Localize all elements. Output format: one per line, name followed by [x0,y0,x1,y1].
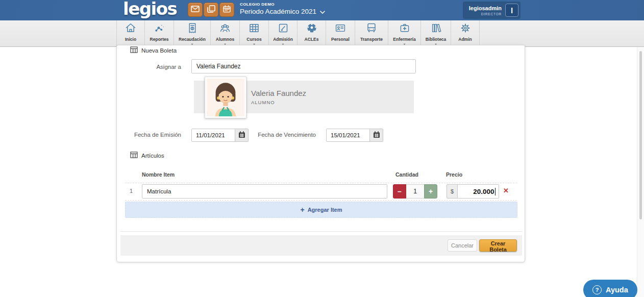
students-icon [218,22,232,36]
price-value: 20.000 [473,188,494,195]
chevron-down-icon [320,8,325,15]
mail-button[interactable] [188,3,203,17]
receipt-icon [186,22,199,36]
calendar-icon [223,5,231,14]
user-badge[interactable]: legiosadmin DIRECTOR l [463,2,521,19]
issue-date-input[interactable] [191,129,235,142]
quantity-input[interactable] [406,184,424,199]
table-grid-icon [247,22,261,36]
delete-item-button[interactable]: ✕ [503,187,509,194]
plus-icon: + [300,206,304,214]
tab-acles[interactable]: ACLEs [298,20,326,46]
tab-personal[interactable]: Personal [326,20,355,46]
item-name-input[interactable] [142,184,387,199]
quantity-stepper: – + [393,184,437,199]
tab-alumnos[interactable]: Alumnos ▾ [211,20,240,46]
table-icon [130,46,138,54]
girl-avatar-illustration [207,79,244,116]
home-icon [124,22,137,36]
copy-icon [207,5,215,14]
calendar-button[interactable] [219,3,234,17]
scrollbar-track[interactable] [637,47,644,297]
price-input[interactable]: 20.000 [458,184,499,199]
tab-recaudacion[interactable]: Recaudación ▾ [174,20,211,46]
mail-icon [191,5,200,14]
scrollbar-thumb[interactable] [639,51,642,219]
documents-button[interactable] [204,3,218,17]
minus-icon: – [398,187,402,195]
item-row-index: 1 [126,188,136,194]
text-cursor [495,188,496,195]
due-date-input[interactable] [326,129,370,142]
due-date-label: Fecha de Vencimiento [239,132,316,138]
app-root: legios COLEGIO DEMO Periodo Académico 20… [0,0,644,297]
nav-bar: Inicio Reportes Recaudación ▾ Alumnos ▾ … [0,20,644,47]
items-section-title-row: Artículos [130,152,164,159]
column-header-qty: Cantidad [395,171,418,178]
scatter-icon [153,22,166,36]
help-button[interactable]: ? Ayuda [583,280,637,297]
quantity-increase-button[interactable]: + [424,184,437,199]
help-label: Ayuda [606,286,628,294]
tab-inicio[interactable]: Inicio [116,20,145,46]
page-title: Nueva Boleta [141,47,177,54]
logo[interactable]: legios [123,0,177,19]
issue-date-label: Fecha de Emisión [117,132,181,138]
student-name: Valeria Faundez [251,89,414,97]
school-name: COLEGIO DEMO [240,2,325,7]
column-header-price: Precio [446,171,462,178]
student-type-label: ALUMNO [251,100,414,105]
soccer-ball-icon [305,22,318,36]
footer-divider [120,231,522,232]
tab-admin[interactable]: Admin [451,20,480,46]
new-receipt-card: Nueva Boleta Asignar a Valeria Faundez A… [116,45,525,262]
currency-prefix: $ [447,184,458,199]
user-name: legiosadmin [469,5,502,11]
add-item-button[interactable]: + Agregar Item [125,202,517,218]
period-label: Periodo Académico 2021 [240,8,316,15]
pencil-square-icon [277,22,290,36]
books-icon [429,22,442,36]
table-icon [130,152,138,159]
card-title-row: Nueva Boleta [130,46,177,54]
quantity-decrease-button[interactable]: – [393,184,406,199]
question-mark-icon: ? [592,285,602,294]
calendar-icon [373,131,380,140]
row-separator [125,183,517,183]
row-separator [125,200,517,201]
id-card-icon [334,22,347,36]
tab-enfermeria[interactable]: Enfermería ▾ [388,20,421,46]
plus-icon: + [429,187,433,195]
user-role: DIRECTOR [469,12,502,16]
add-item-label: Agregar Item [308,207,342,213]
column-header-name: Nombre Item [142,171,175,178]
gear-icon [459,22,472,36]
bus-icon [365,22,378,36]
tab-reportes[interactable]: Reportes [145,20,174,46]
due-date-picker-button[interactable] [370,129,383,142]
top-header: legios COLEGIO DEMO Periodo Académico 20… [0,0,644,20]
tab-transporte[interactable]: Transporte [355,20,388,46]
tab-admision[interactable]: Admisión ▾ [269,20,298,46]
student-avatar [205,77,246,118]
tab-cursos[interactable]: Cursos ▾ [240,20,269,46]
period-selector[interactable]: COLEGIO DEMO Periodo Académico 2021 [240,2,325,15]
cancel-button[interactable]: Cancelar [448,239,477,252]
items-section-title: Artículos [141,153,164,159]
assign-input[interactable] [191,59,416,73]
first-aid-icon [398,22,411,36]
user-avatar: l [505,4,518,17]
assign-label: Asignar a [117,64,181,70]
tab-biblioteca[interactable]: Biblioteca ▾ [421,20,451,46]
create-receipt-button[interactable]: Crear Boleta [479,239,517,252]
delete-x-icon: ✕ [503,187,509,194]
